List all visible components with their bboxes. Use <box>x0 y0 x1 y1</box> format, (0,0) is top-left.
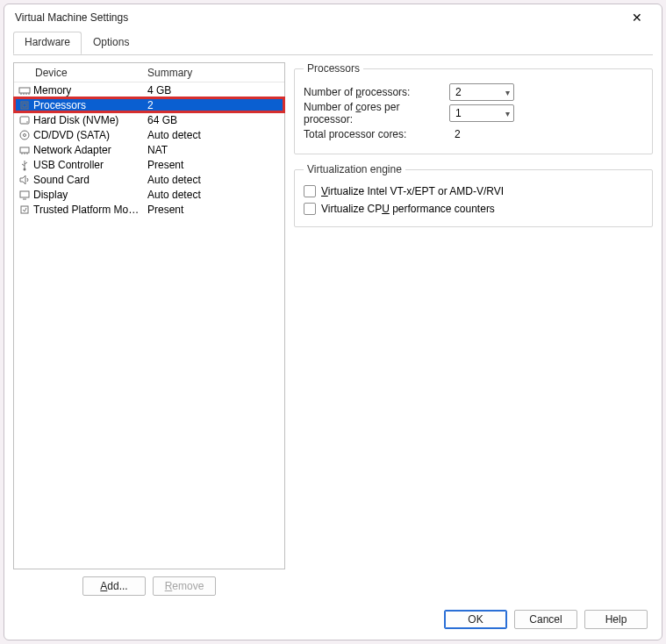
perf-counters-label[interactable]: Virtualize CPU performance counters <box>321 203 495 215</box>
svg-rect-11 <box>20 147 29 153</box>
device-summary: Auto detect <box>144 189 284 201</box>
cancel-button[interactable]: Cancel <box>514 610 577 629</box>
svg-point-8 <box>26 121 28 123</box>
svg-rect-0 <box>19 88 30 93</box>
sound-icon <box>18 174 32 186</box>
device-name: Processors <box>32 99 144 111</box>
svg-point-10 <box>24 133 26 136</box>
content-area: Device Summary Memory4 GBProcessors2Hard… <box>4 55 662 603</box>
svg-rect-21 <box>21 206 28 213</box>
device-summary: Present <box>144 159 284 171</box>
chevron-down-icon: ▾ <box>505 88 510 97</box>
device-summary: 2 <box>144 99 284 111</box>
tabstrip: Hardware Options <box>4 31 662 54</box>
right-panel: Processors Number of processors: 2 ▾ Num… <box>294 62 653 596</box>
device-row-network-adapter[interactable]: Network AdapterNAT <box>14 142 284 157</box>
cores-per-processor-label: Number of cores per processor: <box>304 101 444 125</box>
device-row-processors[interactable]: Processors2 <box>14 97 284 112</box>
dialog-footer: OK Cancel Help <box>4 603 662 640</box>
virtualization-group: Virtualization engine Virtualize Intel V… <box>294 163 653 227</box>
header-summary[interactable]: Summary <box>144 63 284 82</box>
header-device[interactable]: Device <box>32 63 144 82</box>
cpu-icon <box>18 99 32 111</box>
device-name: Sound Card <box>32 174 144 186</box>
device-list[interactable]: Device Summary Memory4 GBProcessors2Hard… <box>13 62 285 569</box>
device-summary: Auto detect <box>144 174 284 186</box>
device-name: CD/DVD (SATA) <box>32 129 144 141</box>
vm-settings-window: Virtual Machine Settings ✕ Hardware Opti… <box>4 4 662 640</box>
close-icon: ✕ <box>632 11 642 24</box>
processors-legend: Processors <box>304 62 363 75</box>
processors-group: Processors Number of processors: 2 ▾ Num… <box>294 62 653 154</box>
cores-per-processor-value: 1 <box>455 107 462 119</box>
svg-rect-5 <box>21 102 28 109</box>
total-cores-value: 2 <box>449 128 461 140</box>
virtualization-legend: Virtualization engine <box>304 163 405 175</box>
device-list-header: Device Summary <box>14 63 284 82</box>
device-row-trusted-platform-mo[interactable]: Trusted Platform Mo…Present <box>14 202 284 217</box>
device-summary: Present <box>144 204 284 216</box>
device-summary: NAT <box>144 144 284 156</box>
memory-icon <box>18 84 32 97</box>
disc-icon <box>18 129 32 141</box>
tab-hardware[interactable]: Hardware <box>13 32 82 54</box>
num-processors-select[interactable]: 2 ▾ <box>449 83 514 101</box>
tpm-icon <box>18 204 32 216</box>
usb-icon <box>18 159 32 171</box>
vtx-checkbox[interactable] <box>304 185 316 197</box>
list-buttons: Add... Remove <box>13 569 285 596</box>
cores-per-processor-select[interactable]: 1 ▾ <box>449 104 514 122</box>
window-title: Virtual Machine Settings <box>15 11 128 24</box>
total-cores-label: Total processor cores: <box>304 128 444 140</box>
help-button[interactable]: Help <box>584 610 648 629</box>
device-name: Network Adapter <box>32 144 144 156</box>
device-row-memory[interactable]: Memory4 GB <box>14 82 284 97</box>
remove-button[interactable]: Remove <box>153 576 216 596</box>
device-row-hard-disk-nvme[interactable]: Hard Disk (NVMe)64 GB <box>14 112 284 127</box>
perf-counters-checkbox[interactable] <box>304 203 316 215</box>
device-row-usb-controller[interactable]: USB ControllerPresent <box>14 157 284 172</box>
tab-options[interactable]: Options <box>82 32 140 54</box>
svg-rect-7 <box>20 117 29 124</box>
device-name: Hard Disk (NVMe) <box>32 114 144 126</box>
device-name: Memory <box>32 84 144 97</box>
hdd-icon <box>18 114 32 126</box>
device-row-cd-dvd-sata[interactable]: CD/DVD (SATA)Auto detect <box>14 127 284 142</box>
svg-rect-6 <box>23 104 26 107</box>
num-processors-label: Number of processors: <box>304 86 444 98</box>
nic-icon <box>18 144 32 156</box>
add-button[interactable]: Add... <box>82 576 146 596</box>
vtx-label[interactable]: Virtualize Intel VT-x/EPT or AMD-V/RVI <box>321 185 504 197</box>
device-name: Trusted Platform Mo… <box>32 204 144 216</box>
device-name: USB Controller <box>32 159 144 171</box>
device-name: Display <box>32 189 144 201</box>
titlebar: Virtual Machine Settings ✕ <box>4 4 662 31</box>
display-icon <box>18 189 32 201</box>
device-row-sound-card[interactable]: Sound CardAuto detect <box>14 172 284 187</box>
left-panel: Device Summary Memory4 GBProcessors2Hard… <box>13 62 285 596</box>
device-summary: Auto detect <box>144 129 284 141</box>
svg-rect-19 <box>20 191 29 197</box>
ok-button[interactable]: OK <box>444 610 507 629</box>
chevron-down-icon: ▾ <box>505 109 510 118</box>
device-summary: 4 GB <box>144 84 284 97</box>
close-button[interactable]: ✕ <box>618 5 656 30</box>
device-summary: 64 GB <box>144 114 284 126</box>
svg-point-9 <box>20 131 29 140</box>
num-processors-value: 2 <box>455 86 462 98</box>
device-row-display[interactable]: DisplayAuto detect <box>14 187 284 202</box>
